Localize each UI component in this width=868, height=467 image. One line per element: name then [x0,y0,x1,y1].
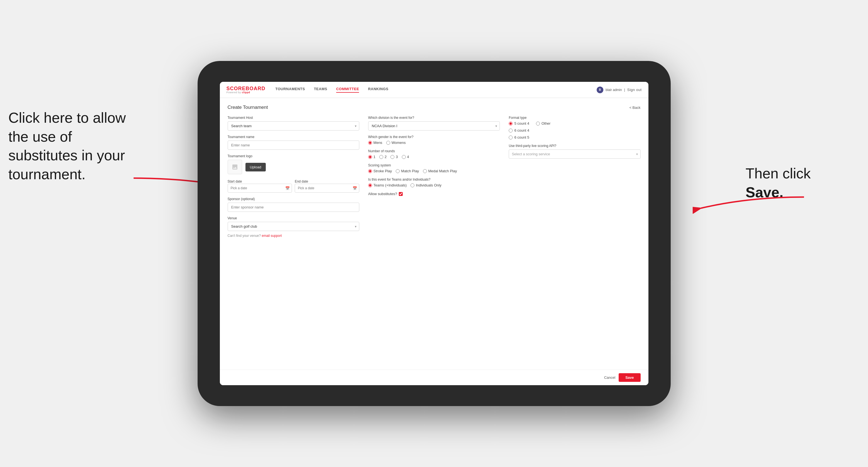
scoring-match[interactable]: Match Play [396,169,419,173]
nav-committee[interactable]: COMMITTEE [336,87,359,93]
scoring-system-label: Scoring system [368,163,500,167]
gender-womens[interactable]: Womens [386,141,406,145]
rounds-3[interactable]: 3 [391,155,398,159]
logo-scoreboard: SCOREBOARD [226,86,266,91]
gender-mens[interactable]: Mens [368,141,382,145]
page-header: Create Tournament Back [228,105,641,110]
format-5count4-label: 5 count 4 [514,121,529,126]
dates-group: Start date 📅 End date 📅 [228,179,359,193]
rounds-2-label: 2 [384,155,386,159]
division-select[interactable]: NCAA Division I [368,121,500,130]
cancel-button[interactable]: Cancel [604,375,615,380]
scoring-match-radio[interactable] [396,169,400,173]
teams-plus[interactable]: Teams (+Individuals) [368,183,407,187]
format-other-radio[interactable] [536,122,540,126]
individuals-only[interactable]: Individuals Only [410,183,441,187]
back-link[interactable]: Back [629,105,640,110]
rounds-1[interactable]: 1 [368,155,375,159]
format-6count5-radio[interactable] [509,135,513,139]
scoring-stroke[interactable]: Stroke Play [368,169,392,173]
format-options: 5 count 4 Other 6 count 4 [509,121,640,139]
venue-note-text: Can't find your venue? [228,234,261,238]
navbar: SCOREBOARD Powered by clippd TOURNAMENTS… [220,82,648,98]
logo-placeholder [228,160,242,174]
allow-substitutes-item[interactable]: Allow substitutes? [368,192,500,196]
venue-label: Venue [228,216,359,220]
tablet-screen: SCOREBOARD Powered by clippd TOURNAMENTS… [220,82,648,385]
tournament-name-label: Tournament name [228,135,359,139]
email-support-link[interactable]: email support [262,234,282,238]
nav-rankings[interactable]: RANKINGS [368,87,388,93]
nav-teams[interactable]: TEAMS [314,87,327,93]
rounds-4-label: 4 [407,155,409,159]
logo-area: SCOREBOARD Powered by clippd [226,86,266,94]
sponsor-group: Sponsor (optional) [228,197,359,212]
scoring-match-label: Match Play [401,169,419,173]
format-6count5[interactable]: 6 count 5 [509,135,640,139]
scoring-api-select[interactable]: Select a scoring service [509,150,640,159]
annotation-right-text: Then click [746,165,811,182]
start-date-input[interactable] [228,184,292,193]
sign-out-link[interactable]: Sign out [627,88,642,92]
image-icon [231,164,238,170]
rounds-2[interactable]: 2 [379,155,386,159]
teams-plus-label: Teams (+Individuals) [373,183,407,187]
annotation-left-text: Click here to allow the use of substitut… [8,110,126,182]
format-6count4-radio[interactable] [509,129,513,132]
rounds-3-label: 3 [396,155,398,159]
allow-substitutes-checkbox[interactable] [399,192,403,196]
format-5count4[interactable]: 5 count 4 [509,121,529,126]
scoring-medal-label: Medal Match Play [428,169,457,173]
user-name: blair admin [606,88,622,92]
date-row: Start date 📅 End date 📅 [228,179,359,193]
division-group: Which division is the event for? NCAA Di… [368,116,500,130]
rounds-2-radio[interactable] [379,155,383,159]
nav-tournaments[interactable]: TOURNAMENTS [276,87,305,93]
format-row-top: 5 count 4 Other [509,121,640,126]
teams-plus-radio[interactable] [368,183,372,187]
tournament-host-group: Tournament Host Search team [228,116,359,130]
logo-clippd: clippd [242,91,250,94]
logo-upload-area: Upload [228,160,359,174]
tournament-name-input[interactable] [228,141,359,150]
form-footer: Cancel Save [220,370,648,385]
tournament-host-label: Tournament Host [228,116,359,120]
scoring-radio-group: Stroke Play Match Play Medal Match Play [368,169,500,173]
format-type-group: Format type 5 count 4 Other [509,116,640,139]
tournament-host-select[interactable]: Search team [228,121,359,130]
gender-label: Which gender is the event for? [368,135,500,139]
logo-score: SCORE [226,86,246,91]
save-button[interactable]: Save [619,373,640,382]
form-grid: Tournament Host Search team Tournament n… [228,116,641,238]
individuals-only-radio[interactable] [410,183,414,187]
division-label: Which division is the event for? [368,116,500,120]
scoring-medal-radio[interactable] [423,169,427,173]
format-5count4-radio[interactable] [509,122,513,126]
individuals-only-label: Individuals Only [416,183,441,187]
rounds-4[interactable]: 4 [402,155,409,159]
gender-mens-radio[interactable] [368,141,372,145]
rounds-4-radio[interactable] [402,155,406,159]
rounds-1-radio[interactable] [368,155,372,159]
venue-note: Can't find your venue? email support [228,234,359,238]
page-content: Create Tournament Back Tournament Host S… [220,98,648,370]
sponsor-input[interactable] [228,203,359,212]
end-date-input[interactable] [295,184,359,193]
scoring-system-group: Scoring system Stroke Play Match Play [368,163,500,173]
scoring-stroke-radio[interactable] [368,169,372,173]
scoring-medal[interactable]: Medal Match Play [423,169,457,173]
format-6count5-label: 6 count 5 [514,135,529,139]
gender-womens-radio[interactable] [386,141,390,145]
gender-mens-label: Mens [373,141,382,145]
nav-separator: | [624,88,625,92]
format-6count4-label: 6 count 4 [514,128,529,132]
tablet-frame: SCOREBOARD Powered by clippd TOURNAMENTS… [197,61,671,406]
upload-button[interactable]: Upload [245,163,266,172]
rounds-3-radio[interactable] [391,155,394,159]
format-6count4[interactable]: 6 count 4 [509,128,640,132]
venue-select[interactable]: Search golf club [228,222,359,231]
format-other[interactable]: Other [536,121,551,126]
form-col-1: Tournament Host Search team Tournament n… [228,116,359,238]
nav-right: B blair admin | Sign out [597,87,642,93]
calendar-icon-start: 📅 [285,186,290,190]
